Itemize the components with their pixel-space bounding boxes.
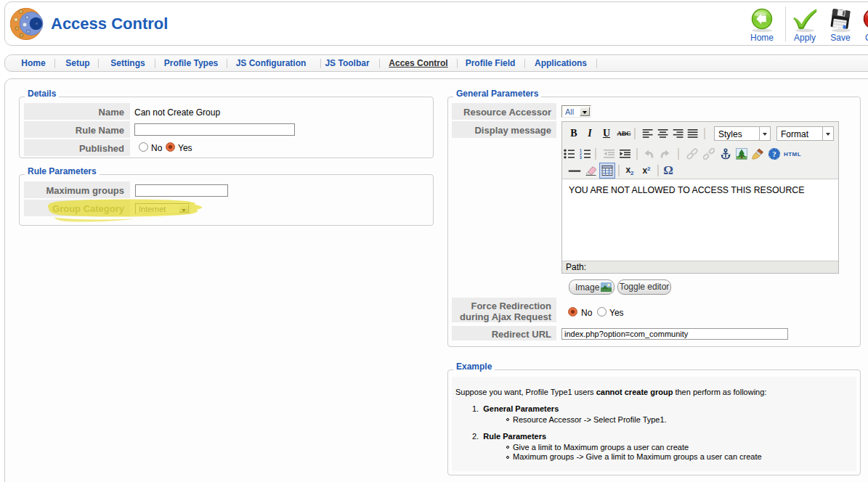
svg-text:3: 3 xyxy=(580,155,582,159)
svg-text:?: ? xyxy=(772,150,776,158)
